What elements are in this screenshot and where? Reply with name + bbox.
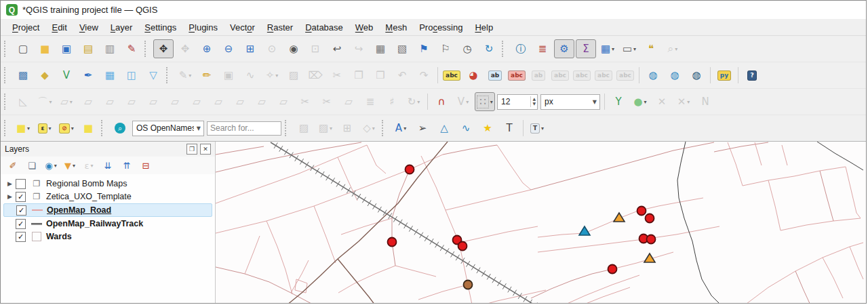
- chevron-down-icon[interactable]: ▾: [612, 46, 614, 52]
- chevron-down-icon[interactable]: ▾: [403, 125, 406, 131]
- layer-item-zetica-uxo-template[interactable]: ▶✓❐Zetica_UXO_Template: [3, 190, 212, 203]
- expander-icon[interactable]: ▶: [7, 180, 16, 187]
- statistics-panel[interactable]: Σ: [576, 39, 596, 58]
- chevron-down-icon[interactable]: ▾: [70, 99, 73, 105]
- new-virtual-layer[interactable]: ◫: [121, 66, 142, 85]
- python-console[interactable]: py: [714, 66, 734, 85]
- close-panel-button[interactable]: ✕: [200, 144, 211, 155]
- text-annotation[interactable]: T▾: [527, 119, 547, 138]
- add-group[interactable]: ❏: [23, 157, 41, 174]
- layer-item-openmap-railwaytrack[interactable]: ✓OpenMap_RailwayTrack: [3, 218, 212, 230]
- processing-toolbox[interactable]: ⚙: [554, 39, 574, 58]
- layer-item-openmap-road[interactable]: ✓OpenMap_Road: [3, 203, 212, 217]
- zoom-in[interactable]: ⊕: [197, 39, 217, 58]
- data-source-manager[interactable]: ▩: [13, 66, 33, 85]
- snapping-tolerance-steppers[interactable]: ▲▼: [530, 96, 537, 106]
- avoid-overlap[interactable]: ●▾: [630, 92, 650, 111]
- style-manager[interactable]: ✎: [121, 39, 142, 58]
- measure-line[interactable]: ▭▾: [619, 39, 639, 58]
- toolbar-grip[interactable]: [101, 120, 107, 136]
- zoom-to-layer[interactable]: ◉: [283, 39, 304, 58]
- select-by-expression[interactable]: ε▾: [35, 119, 55, 138]
- toolbar-grip[interactable]: [166, 67, 172, 83]
- create-text-annotation[interactable]: T: [499, 119, 519, 138]
- menu-vector[interactable]: Vector: [224, 20, 261, 35]
- map-tips[interactable]: ❝: [641, 39, 661, 58]
- new-shapefile-layer[interactable]: V: [56, 66, 77, 85]
- menu-web[interactable]: Web: [349, 20, 380, 35]
- toolbar-grip[interactable]: [382, 120, 388, 136]
- chevron-down-icon[interactable]: ▾: [27, 125, 30, 131]
- new-spatialite-layer[interactable]: ✒: [78, 66, 98, 85]
- select-features[interactable]: ■▾: [13, 119, 33, 138]
- menu-raster[interactable]: Raster: [261, 20, 299, 35]
- create-marker-annotation[interactable]: ★: [477, 119, 498, 138]
- chevron-down-icon[interactable]: ▾: [54, 163, 57, 169]
- expand-all[interactable]: ⇊: [99, 157, 117, 174]
- enable-snapping[interactable]: ∩: [431, 92, 452, 111]
- menu-edit[interactable]: Edit: [45, 20, 73, 35]
- layer-visibility-checkbox[interactable]: ✓: [16, 219, 26, 229]
- toolbar-grip[interactable]: [4, 41, 10, 57]
- chevron-down-icon[interactable]: ▾: [330, 125, 332, 131]
- select-by-value[interactable]: ■: [78, 119, 98, 138]
- highlight-pinned-labels[interactable]: abc: [507, 66, 527, 85]
- chevron-down-icon[interactable]: ▾: [687, 99, 690, 105]
- toolbar-grip[interactable]: [502, 41, 508, 57]
- menu-layer[interactable]: Layer: [104, 20, 139, 35]
- menu-mesh[interactable]: Mesh: [379, 20, 413, 35]
- menu-project[interactable]: Project: [6, 20, 45, 35]
- help-contents[interactable]: ?: [742, 66, 762, 85]
- layer-visibility-checkbox[interactable]: ✓: [16, 192, 26, 202]
- menu-help[interactable]: Help: [469, 20, 499, 35]
- openames-gazetteer[interactable]: OS OpenNames▼: [132, 121, 204, 136]
- chevron-down-icon[interactable]: ▾: [417, 99, 420, 105]
- snapping-mode[interactable]: ∷▾: [475, 92, 495, 111]
- menu-database[interactable]: Database: [299, 20, 349, 35]
- open-attribute-table[interactable]: ▦▾: [597, 39, 618, 58]
- create-annotation-layer[interactable]: A▾: [391, 119, 411, 138]
- new-geopackage-layer[interactable]: ◆: [35, 66, 55, 85]
- new-project[interactable]: ▢: [13, 39, 33, 58]
- menu-settings[interactable]: Settings: [138, 20, 182, 35]
- topological-editing[interactable]: Y: [608, 92, 629, 111]
- metasearch[interactable]: ◍: [686, 66, 707, 85]
- filter-legend[interactable]: ▼▾: [61, 157, 79, 174]
- chevron-down-icon[interactable]: ▾: [49, 99, 52, 105]
- chevron-down-icon[interactable]: ▾: [633, 46, 636, 52]
- chevron-down-icon[interactable]: ▾: [541, 125, 544, 131]
- chevron-down-icon[interactable]: ▾: [466, 99, 469, 105]
- layer-labeling-options[interactable]: abc: [441, 66, 462, 85]
- toolbar-grip[interactable]: [4, 94, 10, 110]
- chevron-down-icon[interactable]: ▾: [275, 73, 278, 79]
- layer-item-wards[interactable]: ✓Wards: [3, 230, 212, 243]
- show-layout-manager[interactable]: ▥: [100, 39, 120, 58]
- menu-plugins[interactable]: Plugins: [182, 20, 224, 35]
- new-temporary-scratch-layer[interactable]: ▦: [100, 66, 120, 85]
- refresh-map[interactable]: ↻: [479, 39, 499, 58]
- toolbar-grip[interactable]: [4, 120, 10, 136]
- chevron-down-icon[interactable]: ▾: [675, 46, 677, 52]
- deselect-all[interactable]: ⊘▾: [56, 119, 77, 138]
- search-web-services[interactable]: ◍: [665, 66, 685, 85]
- show-spatial-bookmarks[interactable]: ⚐: [435, 39, 456, 58]
- chevron-down-icon[interactable]: ▾: [189, 73, 191, 79]
- save-project[interactable]: ▣: [56, 39, 77, 58]
- chevron-down-icon[interactable]: ▾: [71, 125, 74, 131]
- remove-layer[interactable]: ⊟: [137, 157, 155, 174]
- menu-processing[interactable]: Processing: [413, 20, 469, 35]
- new-spatial-bookmark[interactable]: ⚑: [414, 39, 434, 58]
- layer-visibility-checkbox[interactable]: ✓: [16, 205, 26, 216]
- snapping-tolerance[interactable]: 12▲▼: [497, 94, 538, 110]
- chevron-down-icon[interactable]: ▾: [490, 99, 493, 105]
- new-map-view[interactable]: ▦: [370, 39, 391, 58]
- chevron-down-icon[interactable]: ▾: [372, 125, 375, 131]
- chevron-down-icon[interactable]: ▾: [91, 163, 94, 169]
- zoom-out[interactable]: ⊖: [218, 39, 239, 58]
- new-print-layout[interactable]: ▤: [78, 39, 98, 58]
- toggle-editing[interactable]: ✏: [197, 66, 217, 85]
- open-layer-styling-panel[interactable]: ✐: [4, 157, 22, 174]
- statistical-summary[interactable]: ≣: [532, 39, 553, 58]
- expander-icon[interactable]: ▶: [7, 193, 16, 200]
- new-mesh-layer[interactable]: ▽: [143, 66, 163, 85]
